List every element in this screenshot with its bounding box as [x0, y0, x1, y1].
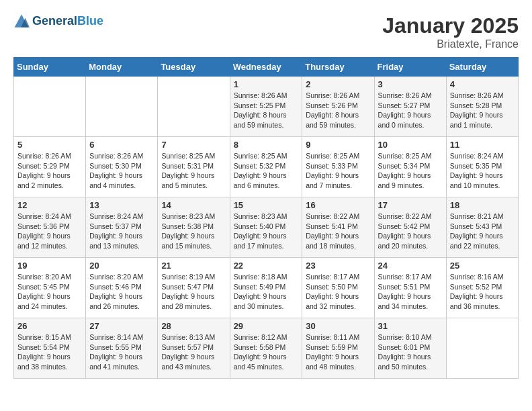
- calendar-cell: 24Sunrise: 8:17 AM Sunset: 5:51 PM Dayli…: [374, 258, 446, 318]
- day-header-tuesday: Tuesday: [158, 58, 230, 77]
- day-number: 16: [306, 200, 370, 210]
- day-info: Sunrise: 8:23 AM Sunset: 5:40 PM Dayligh…: [234, 212, 299, 251]
- day-number: 12: [17, 200, 82, 210]
- day-number: 20: [89, 261, 154, 271]
- day-number: 2: [306, 79, 370, 89]
- day-number: 28: [161, 321, 226, 331]
- day-number: 11: [450, 140, 515, 150]
- week-row-5: 26Sunrise: 8:15 AM Sunset: 5:54 PM Dayli…: [14, 318, 519, 379]
- calendar-cell: 5Sunrise: 8:26 AM Sunset: 5:29 PM Daylig…: [14, 137, 86, 197]
- day-number: 24: [378, 261, 443, 271]
- day-number: 26: [17, 321, 82, 331]
- calendar-cell: 30Sunrise: 8:11 AM Sunset: 5:59 PM Dayli…: [302, 318, 374, 379]
- day-info: Sunrise: 8:14 AM Sunset: 5:55 PM Dayligh…: [89, 332, 154, 372]
- calendar-cell: 29Sunrise: 8:12 AM Sunset: 5:58 PM Dayli…: [230, 318, 302, 379]
- day-number: 31: [378, 321, 443, 331]
- week-row-4: 19Sunrise: 8:20 AM Sunset: 5:45 PM Dayli…: [14, 258, 519, 318]
- day-info: Sunrise: 8:16 AM Sunset: 5:52 PM Dayligh…: [450, 272, 515, 312]
- day-number: 23: [306, 261, 370, 271]
- day-info: Sunrise: 8:22 AM Sunset: 5:41 PM Dayligh…: [306, 212, 370, 251]
- day-header-sunday: Sunday: [14, 58, 86, 77]
- calendar-cell: 17Sunrise: 8:22 AM Sunset: 5:42 PM Dayli…: [374, 197, 446, 258]
- day-info: Sunrise: 8:26 AM Sunset: 5:25 PM Dayligh…: [234, 91, 299, 130]
- day-info: Sunrise: 8:25 AM Sunset: 5:34 PM Dayligh…: [378, 151, 443, 191]
- day-number: 13: [89, 200, 154, 210]
- day-info: Sunrise: 8:18 AM Sunset: 5:49 PM Dayligh…: [234, 272, 299, 312]
- day-number: 17: [378, 200, 443, 210]
- calendar-cell: 10Sunrise: 8:25 AM Sunset: 5:34 PM Dayli…: [374, 137, 446, 197]
- day-number: 30: [306, 321, 370, 331]
- day-info: Sunrise: 8:12 AM Sunset: 5:58 PM Dayligh…: [234, 332, 299, 372]
- calendar-cell: 2Sunrise: 8:26 AM Sunset: 5:26 PM Daylig…: [302, 77, 374, 137]
- day-header-wednesday: Wednesday: [230, 58, 302, 77]
- day-header-thursday: Thursday: [302, 58, 374, 77]
- day-info: Sunrise: 8:26 AM Sunset: 5:28 PM Dayligh…: [450, 91, 515, 130]
- calendar-cell: 3Sunrise: 8:26 AM Sunset: 5:27 PM Daylig…: [374, 77, 446, 137]
- calendar-cell: 8Sunrise: 8:25 AM Sunset: 5:32 PM Daylig…: [230, 137, 302, 197]
- calendar-cell: 31Sunrise: 8:10 AM Sunset: 6:01 PM Dayli…: [374, 318, 446, 379]
- page-header: GeneralBlue January 2025 Briatexte, Fran…: [13, 13, 519, 50]
- calendar-cell: 25Sunrise: 8:16 AM Sunset: 5:52 PM Dayli…: [446, 258, 518, 318]
- day-number: 4: [450, 79, 515, 89]
- calendar-cell: 20Sunrise: 8:20 AM Sunset: 5:46 PM Dayli…: [86, 258, 158, 318]
- title-block: January 2025 Briatexte, France: [382, 13, 519, 50]
- day-number: 18: [450, 200, 515, 210]
- day-info: Sunrise: 8:26 AM Sunset: 5:26 PM Dayligh…: [306, 91, 370, 130]
- day-info: Sunrise: 8:25 AM Sunset: 5:33 PM Dayligh…: [306, 151, 370, 191]
- day-number: 14: [161, 200, 226, 210]
- calendar-cell: 4Sunrise: 8:26 AM Sunset: 5:28 PM Daylig…: [446, 77, 518, 137]
- day-info: Sunrise: 8:21 AM Sunset: 5:43 PM Dayligh…: [450, 212, 515, 251]
- day-info: Sunrise: 8:17 AM Sunset: 5:50 PM Dayligh…: [306, 272, 370, 312]
- logo-icon: [13, 13, 30, 30]
- day-number: 22: [234, 261, 299, 271]
- day-number: 7: [161, 140, 226, 150]
- calendar-cell: 14Sunrise: 8:23 AM Sunset: 5:38 PM Dayli…: [158, 197, 230, 258]
- calendar-cell: 13Sunrise: 8:24 AM Sunset: 5:37 PM Dayli…: [86, 197, 158, 258]
- calendar-cell: [86, 77, 158, 137]
- day-info: Sunrise: 8:26 AM Sunset: 5:30 PM Dayligh…: [89, 151, 154, 191]
- day-header-row: SundayMondayTuesdayWednesdayThursdayFrid…: [14, 58, 519, 77]
- calendar-cell: 9Sunrise: 8:25 AM Sunset: 5:33 PM Daylig…: [302, 137, 374, 197]
- calendar-cell: 1Sunrise: 8:26 AM Sunset: 5:25 PM Daylig…: [230, 77, 302, 137]
- day-number: 5: [17, 140, 82, 150]
- week-row-2: 5Sunrise: 8:26 AM Sunset: 5:29 PM Daylig…: [14, 137, 519, 197]
- calendar-cell: 7Sunrise: 8:25 AM Sunset: 5:31 PM Daylig…: [158, 137, 230, 197]
- calendar-cell: 28Sunrise: 8:13 AM Sunset: 5:57 PM Dayli…: [158, 318, 230, 379]
- day-number: 21: [161, 261, 226, 271]
- calendar-table: SundayMondayTuesdayWednesdayThursdayFrid…: [13, 57, 519, 379]
- calendar-cell: 23Sunrise: 8:17 AM Sunset: 5:50 PM Dayli…: [302, 258, 374, 318]
- day-info: Sunrise: 8:15 AM Sunset: 5:54 PM Dayligh…: [17, 332, 82, 372]
- day-number: 25: [450, 261, 515, 271]
- calendar-cell: 27Sunrise: 8:14 AM Sunset: 5:55 PM Dayli…: [86, 318, 158, 379]
- day-number: 3: [378, 79, 443, 89]
- day-info: Sunrise: 8:19 AM Sunset: 5:47 PM Dayligh…: [161, 272, 226, 312]
- calendar-cell: 22Sunrise: 8:18 AM Sunset: 5:49 PM Dayli…: [230, 258, 302, 318]
- day-info: Sunrise: 8:13 AM Sunset: 5:57 PM Dayligh…: [161, 332, 226, 372]
- day-info: Sunrise: 8:24 AM Sunset: 5:36 PM Dayligh…: [17, 212, 82, 251]
- day-info: Sunrise: 8:24 AM Sunset: 5:37 PM Dayligh…: [89, 212, 154, 251]
- day-header-friday: Friday: [374, 58, 446, 77]
- day-number: 27: [89, 321, 154, 331]
- calendar-cell: [158, 77, 230, 137]
- day-number: 8: [234, 140, 299, 150]
- calendar-cell: 26Sunrise: 8:15 AM Sunset: 5:54 PM Dayli…: [14, 318, 86, 379]
- location: Briatexte, France: [382, 38, 519, 50]
- day-number: 29: [234, 321, 299, 331]
- month-title: January 2025: [382, 13, 519, 38]
- day-number: 10: [378, 140, 443, 150]
- day-info: Sunrise: 8:10 AM Sunset: 6:01 PM Dayligh…: [378, 332, 443, 372]
- day-header-monday: Monday: [86, 58, 158, 77]
- calendar-cell: [446, 318, 518, 379]
- day-info: Sunrise: 8:24 AM Sunset: 5:35 PM Dayligh…: [450, 151, 515, 191]
- calendar-cell: 6Sunrise: 8:26 AM Sunset: 5:30 PM Daylig…: [86, 137, 158, 197]
- day-number: 6: [89, 140, 154, 150]
- week-row-3: 12Sunrise: 8:24 AM Sunset: 5:36 PM Dayli…: [14, 197, 519, 258]
- calendar-cell: 12Sunrise: 8:24 AM Sunset: 5:36 PM Dayli…: [14, 197, 86, 258]
- day-number: 1: [234, 79, 299, 89]
- day-info: Sunrise: 8:26 AM Sunset: 5:29 PM Dayligh…: [17, 151, 82, 191]
- logo-text: GeneralBlue: [32, 15, 103, 28]
- calendar-cell: 21Sunrise: 8:19 AM Sunset: 5:47 PM Dayli…: [158, 258, 230, 318]
- calendar-cell: [14, 77, 86, 137]
- day-number: 19: [17, 261, 82, 271]
- day-info: Sunrise: 8:11 AM Sunset: 5:59 PM Dayligh…: [306, 332, 370, 372]
